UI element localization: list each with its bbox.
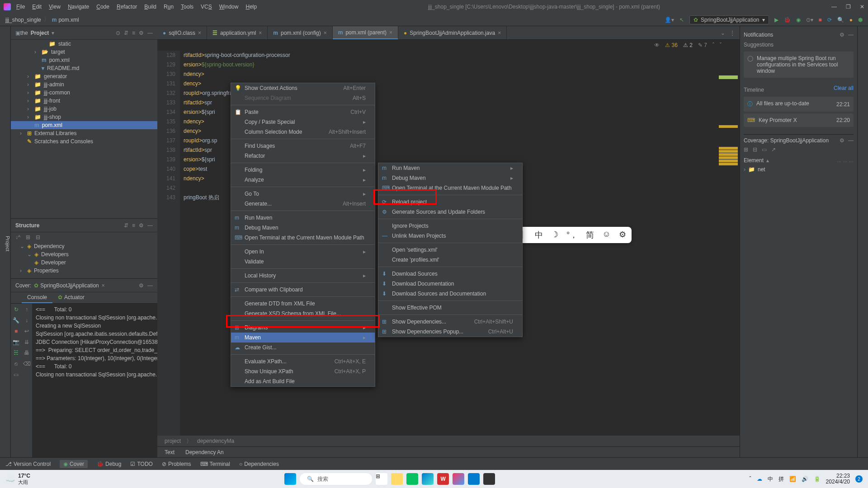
tree-item[interactable]: ›📁jjj-job: [11, 105, 157, 113]
menu-item[interactable]: ⬇Download Sources and Documentation: [378, 289, 522, 299]
tool-cover[interactable]: ◉Cover: [60, 460, 88, 468]
cov-icon1[interactable]: ⊞: [744, 146, 748, 153]
structure-tree[interactable]: ⌄◈Dependency⌄◈Developers◈Developer›◈Prop…: [11, 242, 157, 278]
menu-item[interactable]: Create 'profiles.xml': [378, 255, 522, 265]
menu-build[interactable]: Build: [144, 4, 156, 10]
scroll-icon[interactable]: ⇊: [24, 339, 29, 345]
tool-dependencies[interactable]: ○Dependencies: [239, 461, 279, 467]
tree-item[interactable]: mpom.xml: [11, 56, 157, 64]
menu-item[interactable]: ⟳Reload project: [378, 197, 522, 207]
gear-icon[interactable]: ⚙: [139, 30, 144, 36]
breadcrumb-file[interactable]: pom.xml: [58, 17, 79, 23]
tree-item[interactable]: ›📁jjj-shop: [11, 113, 157, 121]
sort-icon[interactable]: ↓ᴬ: [15, 234, 20, 240]
context-menu[interactable]: 💡Show Context ActionsAlt+EnterSequence D…: [231, 83, 375, 387]
coverage-icon[interactable]: ◉: [796, 17, 801, 23]
start-icon[interactable]: [284, 473, 296, 485]
minimize-icon[interactable]: —: [831, 4, 837, 10]
structure-item[interactable]: ◈Developer: [11, 258, 157, 267]
menu-item[interactable]: Show Effective POM: [378, 303, 522, 313]
menu-code[interactable]: Code: [96, 4, 109, 10]
editor-tab[interactable]: ☰application.yml×: [207, 26, 268, 39]
stop-icon[interactable]: ■: [14, 328, 18, 334]
menu-item[interactable]: mMaven▸: [231, 333, 375, 343]
menu-item[interactable]: ⬇Download Sources: [378, 269, 522, 279]
menu-item[interactable]: mRun Maven▸: [378, 163, 522, 173]
menu-item[interactable]: Generate DTD from XML File: [231, 299, 375, 309]
reader-mode-icon[interactable]: 👁: [654, 42, 660, 48]
menu-item[interactable]: Refactor▸: [231, 151, 375, 161]
gear-icon[interactable]: ⚙: [840, 137, 844, 144]
menu-item[interactable]: ⬇Download Documentation: [378, 279, 522, 289]
tree-item[interactable]: ›📂target: [11, 48, 157, 56]
tree-item[interactable]: ›📁generator: [11, 72, 157, 80]
left-tool-stripe[interactable]: Project: [0, 26, 11, 457]
tool-version-control[interactable]: ⎇Version Control: [5, 461, 51, 467]
menu-item[interactable]: Generate XSD Schema from XML File...: [231, 309, 375, 319]
tree-item[interactable]: mpom.xml: [11, 121, 157, 129]
menu-item[interactable]: Go To▸: [231, 189, 375, 199]
menu-item[interactable]: mRun Maven: [231, 213, 375, 223]
menu-item[interactable]: Open 'settings.xml': [378, 245, 522, 255]
menu-item[interactable]: 💡Show Context ActionsAlt+Enter: [231, 83, 375, 93]
tabs-more-icon[interactable]: ⋮: [730, 30, 735, 36]
editor-tab[interactable]: ●SpringBootJjjAdminApplication.java×: [398, 26, 507, 39]
ime-toolbar[interactable]: 丨中☽°，简☺⚙: [513, 227, 632, 243]
tab-text[interactable]: Text: [165, 449, 175, 455]
menu-item[interactable]: Validate: [231, 257, 375, 267]
print-icon[interactable]: 🖶: [24, 350, 29, 356]
tool-todo[interactable]: ☑TODO: [130, 461, 152, 467]
structure-item[interactable]: ›◈Properties: [11, 267, 157, 275]
run-icon[interactable]: ▶: [774, 17, 778, 23]
ime-button[interactable]: ⚙: [619, 230, 626, 240]
tool-debug[interactable]: 🐞Debug: [97, 461, 121, 467]
tab-console[interactable]: Console: [22, 292, 52, 303]
intellij-icon[interactable]: [453, 473, 464, 485]
menu-item[interactable]: ⌨Open Terminal at the Current Maven Modu…: [378, 183, 522, 193]
collapse-all-icon[interactable]: ≡: [132, 30, 135, 36]
menu-window[interactable]: Window: [219, 4, 239, 10]
filter2-icon[interactable]: ⊟: [36, 234, 40, 240]
menu-item[interactable]: ⊞Show Dependencies Popup...Ctrl+Alt+U: [378, 327, 522, 337]
timeline-item[interactable]: ⌨Key Promoter X 22:20: [744, 113, 854, 127]
structure-item[interactable]: ⌄◈Developers: [11, 250, 157, 258]
typo-count[interactable]: ✎ 7: [698, 42, 707, 48]
timeline-item[interactable]: ⓘAll files are up-to-date 22:21: [744, 97, 854, 112]
tree-item[interactable]: ▾README.md: [11, 64, 157, 72]
up-icon[interactable]: ↑: [25, 306, 28, 313]
menu-item[interactable]: Analyze▸: [231, 175, 375, 185]
tool-problems[interactable]: ⊘Problems: [162, 461, 191, 467]
ime-button[interactable]: ☽: [551, 230, 558, 240]
menu-file[interactable]: File: [16, 4, 25, 10]
menu-item[interactable]: ⊞Diagrams▸: [231, 323, 375, 333]
exit-icon[interactable]: ⎋: [14, 361, 18, 367]
menu-item[interactable]: Generate...Alt+Insert: [231, 199, 375, 209]
hide-icon[interactable]: —: [848, 137, 854, 144]
editor-tab[interactable]: ●sqlIO.class×: [157, 26, 207, 39]
layers-icon[interactable]: ☵: [14, 350, 19, 356]
clear-all-link[interactable]: Clear all: [834, 85, 854, 95]
expand-all-icon[interactable]: ⇵: [124, 30, 128, 36]
notification-badge[interactable]: 2: [855, 475, 863, 483]
onedrive-icon[interactable]: ☁: [757, 476, 762, 482]
right-tool-stripe[interactable]: [857, 26, 868, 457]
gear-icon[interactable]: ⚙: [840, 32, 844, 38]
tab-dependency-analyzer[interactable]: Dependency An: [185, 449, 224, 455]
weather-widget[interactable]: ☁️ 17°C 大雨: [5, 473, 30, 486]
weak-warning-count[interactable]: ⚠ 2: [683, 42, 693, 48]
menu-navigate[interactable]: Navigate: [68, 4, 89, 10]
ime-button[interactable]: 简: [586, 230, 594, 240]
ime-button[interactable]: 中: [535, 230, 543, 240]
menu-item[interactable]: Add as Ant Build File: [231, 376, 375, 386]
breadcrumb-project[interactable]: jjj_shop_single: [5, 17, 41, 23]
minimap[interactable]: [717, 75, 740, 211]
tree-item[interactable]: ›📁jjj-admin: [11, 80, 157, 89]
menu-refactor[interactable]: Refactor: [117, 4, 137, 10]
wrap-icon[interactable]: ↩: [24, 328, 29, 334]
tree-item[interactable]: ›📁jjj-front: [11, 97, 157, 105]
vscode-icon[interactable]: [468, 473, 480, 485]
tray-chevron-icon[interactable]: ˆ: [750, 476, 751, 482]
tool-terminal[interactable]: ⌨Terminal: [200, 461, 230, 467]
menu-tools[interactable]: Tools: [181, 4, 193, 10]
warning-count[interactable]: ⚠ 36: [665, 42, 678, 48]
